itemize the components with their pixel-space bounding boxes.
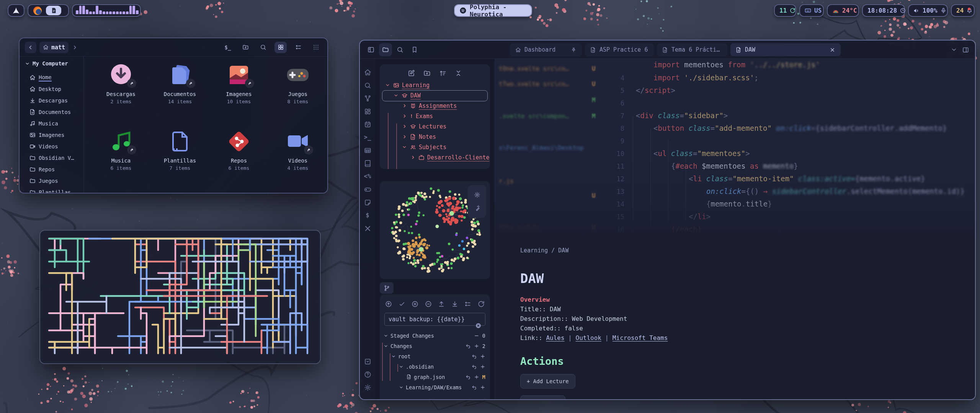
git-download-button[interactable] [451,301,458,307]
git-undo-action-icon[interactable] [472,364,477,369]
sidebar-item-desktop[interactable]: Desktop [25,83,83,95]
git-plus-action-icon[interactable] [474,343,479,349]
sidebar-item-plantillas[interactable]: Plantillas [25,187,83,193]
git-undo-action-icon[interactable] [466,374,471,380]
ribbon-dollar-button[interactable]: $ [360,209,375,222]
add-lecture-button[interactable]: + Add Lecture [520,374,575,389]
close-tab-icon[interactable] [830,47,835,53]
weather-module[interactable]: 24°C [827,4,859,17]
git-upload-button[interactable] [438,301,445,307]
git-plus-action-icon[interactable] [480,354,485,359]
sidebar-item-obsidianv[interactable]: Obsidian V… [25,152,83,164]
external-link-outlook[interactable]: Outlook [576,334,601,341]
sidebar-item-repos[interactable]: Repos [25,164,83,175]
add-note-button[interactable]: + Add Note [520,395,565,400]
tree-item-exams[interactable]: !Exams [380,111,490,121]
keyboard-layout-module[interactable]: US [799,4,824,17]
filter-wand-icon[interactable] [474,205,480,211]
git-panel-tab[interactable] [380,282,394,294]
notifications-module[interactable]: 24 [951,4,975,17]
gear-icon[interactable] [474,192,480,198]
git-row-changes[interactable]: Changes2 [384,341,490,351]
sidebar-button[interactable] [364,43,377,56]
ribbon-gear-button[interactable] [360,381,375,394]
git-refresh-button[interactable] [478,301,485,307]
folder-tile-juegos[interactable]: Juegos8 items [269,63,327,104]
folder-tile-musica[interactable]: Musica6 items [92,129,150,171]
search-view-button[interactable] [257,42,269,53]
git-check-button[interactable] [399,301,405,307]
sidebar-item-home[interactable]: Home [25,72,83,83]
tree-item-assignments[interactable]: Assignments [380,101,490,111]
active-workspace-pill[interactable] [46,6,61,15]
explorer-folder-plus-button[interactable] [423,70,431,77]
git-undo-action-icon[interactable] [472,385,477,390]
list-view-button[interactable] [292,42,304,53]
tab-daw[interactable]: DAW [730,43,841,56]
workspaces-module[interactable] [28,4,69,17]
sidebar-item-descargas[interactable]: Descargas [25,95,83,106]
folder-tile-descargas[interactable]: Descargas2 items [92,63,150,104]
ribbon-book-button[interactable] [360,157,375,170]
folder-tile-imagenes[interactable]: Imagenes10 items [210,63,268,104]
folder-button[interactable] [379,43,392,56]
git-minus-action-icon[interactable] [474,333,479,338]
tab-tema-6-pr-cticas-[interactable]: Tema 6 Prácticas -… [657,43,727,56]
ribbon-table-button[interactable] [360,144,375,157]
explorer-sort-button[interactable] [439,70,446,77]
audio-module[interactable]: 100% [908,4,948,17]
explorer-edit-button[interactable] [408,70,415,77]
explorer-collapse-button[interactable] [455,70,462,77]
ribbon-shuffle-button[interactable] [360,222,375,235]
git-row--obsidian[interactable]: .obsidian [384,361,490,372]
ribbon-terminal-sq-button[interactable]: >_ [360,131,375,144]
note-breadcrumb[interactable]: Learning / DAW [520,247,960,254]
git-row-graph-json[interactable]: graph.jsonM [384,372,490,382]
git-undo-action-icon[interactable] [466,343,471,349]
sidebar-item-documentos[interactable]: Documentos [25,106,83,118]
git-minus-circle-button[interactable] [425,301,432,307]
folder-plus-view-button[interactable] [239,42,252,53]
tab-dashboard[interactable]: Dashboard [510,43,582,56]
git-row-staged-changes[interactable]: Staged Changes0 [384,330,490,341]
sidebar-item-imagenes[interactable]: Imagenes [25,129,83,141]
git-undo-action-icon[interactable] [472,354,477,359]
folder-tile-videos[interactable]: Videos4 items [269,129,327,171]
git-list-button[interactable] [464,301,471,307]
ribbon-dashboard-button[interactable] [360,105,375,118]
git-row-learning-daw-exams[interactable]: Learning/DAW/Exams [384,382,490,392]
git-plus-action-icon[interactable] [474,374,479,380]
chevron-down-icon[interactable] [951,47,957,53]
commit-message-input[interactable] [384,313,485,326]
ribbon-search-button[interactable] [360,79,375,92]
external-link-aules[interactable]: Aules [546,334,564,341]
clock-module[interactable]: 18:08:28 [862,4,905,17]
git-plus-action-icon[interactable] [480,364,485,369]
tab-asp-practice-6[interactable]: ASP Practice 6 [585,43,654,56]
firefox-workspace-icon[interactable] [33,6,42,15]
breadcrumb[interactable]: matt [39,42,69,53]
folder-tile-documentos[interactable]: Documentos14 items [151,63,209,104]
dots-view-button[interactable] [310,42,322,53]
split-pane-icon[interactable] [962,47,969,53]
folder-tile-repos[interactable]: Repos6 items [210,129,268,171]
sidebar-header[interactable]: My Computer [25,60,83,67]
ribbon-sticker-button[interactable] [360,196,375,209]
external-link-microsoft-teams[interactable]: Microsoft Teams [612,334,668,341]
ribbon-calendar-button[interactable] [360,118,375,131]
sidebar-item-musica[interactable]: Musica [25,118,83,129]
launcher-button[interactable] [8,4,24,17]
bookmark-button[interactable] [408,43,421,56]
grid-view-button[interactable] [274,42,287,53]
ribbon-gamepad-button[interactable] [360,183,375,196]
search-button[interactable] [394,43,407,56]
git-up-circle-button[interactable] [385,301,392,307]
ribbon-network-button[interactable] [360,92,375,105]
terminal-view-button[interactable]: $_ [222,42,234,53]
git-plus-circle-button[interactable] [412,301,418,307]
ribbon-home-button[interactable] [360,66,375,79]
git-plus-action-icon[interactable] [480,385,485,390]
forward-button[interactable] [72,44,78,50]
ribbon-help-button[interactable] [360,368,375,381]
git-row-root[interactable]: root [384,351,490,361]
